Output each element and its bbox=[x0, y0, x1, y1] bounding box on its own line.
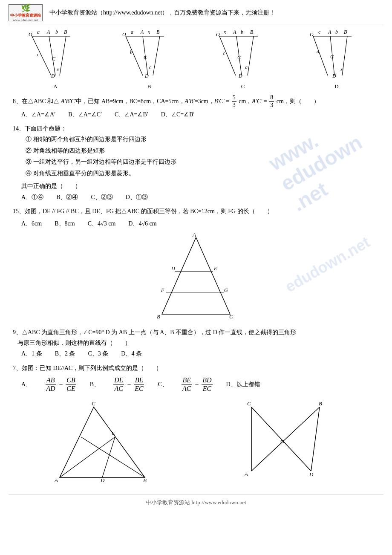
svg-text:b: b bbox=[55, 29, 58, 35]
q15-opt-b: B、8cm bbox=[55, 218, 75, 229]
figure-c: O x A b B c C a D C bbox=[215, 29, 271, 90]
q15-text: 15、如图，DE // FG // BC，且 DE、FG 把△ABC 的面积三等… bbox=[13, 206, 379, 217]
q8-options: A、∠A=∠A′ B、∠A=∠C′ C、∠A=∠B′ D、∠C=∠B′ bbox=[21, 109, 379, 120]
svg-text:E: E bbox=[213, 266, 217, 272]
svg-text:O: O bbox=[122, 32, 126, 38]
q14-text: 14、下面四个命题： bbox=[13, 123, 379, 134]
bottom-fig-right: C B A D O bbox=[226, 399, 345, 486]
figure-c-svg: O x A b B c C a D bbox=[215, 29, 271, 80]
svg-line-72 bbox=[251, 407, 320, 471]
svg-text:b: b bbox=[335, 29, 338, 35]
svg-text:F: F bbox=[161, 287, 164, 293]
svg-text:a: a bbox=[131, 29, 133, 35]
q14-items: ① 相邻的两个角都互补的四边形是平行四边形 ② 对角线相等的四边形是矩形 ③ 一… bbox=[26, 134, 379, 179]
figure-b: O a A x B b C c D B bbox=[121, 29, 177, 90]
q14-opt-b: B、②④ bbox=[56, 192, 78, 202]
bottom-fig-right-svg: C B A D O bbox=[226, 399, 345, 484]
svg-text:A: A bbox=[192, 233, 196, 238]
svg-text:c: c bbox=[37, 52, 40, 58]
fig-c-label: C bbox=[215, 83, 271, 90]
q9-text: 9、△ABC 为直角三角形，∠C=90° D 为 AB 上一点（与 A、B 不重… bbox=[13, 327, 379, 348]
svg-text:O: O bbox=[310, 32, 314, 38]
svg-text:c: c bbox=[318, 29, 321, 35]
svg-text:B: B bbox=[64, 29, 67, 35]
fig-a-label: A bbox=[28, 83, 83, 90]
q14-opt-d: D、①③ bbox=[126, 192, 148, 202]
svg-line-74 bbox=[311, 407, 320, 471]
logo-site-name: 中小学教育资源站 bbox=[10, 13, 41, 18]
svg-text:A: A bbox=[54, 477, 58, 483]
svg-text:O: O bbox=[29, 32, 32, 38]
q15-opt-d: D、4√6 cm bbox=[128, 218, 156, 229]
bottom-fig-left: C A B D E bbox=[47, 399, 158, 486]
svg-text:B: B bbox=[156, 29, 160, 35]
svg-line-63 bbox=[60, 437, 115, 477]
q8-opt-a: A、∠A=∠A′ bbox=[21, 109, 55, 120]
q8-opt-c: C、∠A=∠B′ bbox=[115, 109, 148, 120]
figure-d-svg: O c A b B a C x D bbox=[309, 29, 364, 80]
svg-text:x: x bbox=[147, 29, 150, 35]
svg-text:B: B bbox=[319, 400, 322, 407]
q7-opt-d: D、以上都错 bbox=[226, 379, 260, 390]
svg-line-8 bbox=[60, 36, 66, 75]
q14-item-3: ③ 一组对边平行，另一组对边相等的四边形是平行四边形 bbox=[26, 156, 379, 168]
q14-item-1: ① 相邻的两个角都互补的四边形是平行四边形 bbox=[26, 134, 379, 145]
page-footer: 中小学教育资源站 http://www.edudown.net bbox=[9, 494, 383, 506]
figure-b-svg: O a A x B b C c D bbox=[121, 29, 177, 80]
svg-text:A: A bbox=[244, 471, 248, 477]
svg-text:A: A bbox=[328, 29, 331, 35]
svg-text:D: D bbox=[309, 471, 314, 477]
figure-a: O a A b B c C x D A bbox=[28, 29, 83, 90]
q8-fraction1: 5 3 bbox=[232, 94, 236, 109]
q7-opt-a-label: A、 bbox=[21, 379, 32, 390]
q14-conclusion: 其中正确的是（ ） bbox=[21, 181, 379, 191]
logo: 🌿 中小学教育资源站 www.edudown.net bbox=[9, 4, 43, 21]
svg-text:D: D bbox=[144, 73, 149, 79]
svg-text:a: a bbox=[37, 29, 40, 35]
svg-line-34 bbox=[248, 36, 254, 75]
svg-marker-52 bbox=[162, 237, 230, 314]
q9-opt-c: C、3 条 bbox=[88, 348, 108, 359]
q14-item-2: ② 对角线相等的四边形是矩形 bbox=[26, 145, 379, 157]
svg-text:G: G bbox=[224, 287, 228, 293]
q15-triangle-svg: A B C D E F G bbox=[145, 233, 247, 323]
svg-text:x: x bbox=[56, 66, 59, 72]
svg-text:B: B bbox=[157, 313, 160, 320]
q7-text: 7、如图：已知 DE//AC，则下列比例式成立的是（ ） bbox=[13, 363, 379, 373]
svg-text:x: x bbox=[223, 29, 226, 35]
q14-item-4: ④ 对角线互相垂直平分的四边形是菱形。 bbox=[26, 168, 379, 179]
page-header: 🌿 中小学教育资源站 www.edudown.net 中小学教育资源站（http… bbox=[9, 4, 383, 24]
figure-d: O c A b B a C x D D bbox=[309, 29, 364, 90]
svg-text:A: A bbox=[140, 29, 144, 35]
q14-opt-c: C、②③ bbox=[91, 192, 112, 202]
question-9: 9、△ABC 为直角三角形，∠C=90° D 为 AB 上一点（与 A、B 不重… bbox=[13, 327, 379, 359]
q15-opt-c: C、4√3 cm bbox=[88, 218, 116, 229]
q7-opt-b: DE AC = BE EC bbox=[112, 376, 145, 393]
svg-text:c: c bbox=[149, 64, 152, 70]
logo-leaf-icon: 🌿 bbox=[21, 3, 30, 13]
svg-line-21 bbox=[153, 36, 160, 75]
svg-line-47 bbox=[342, 36, 347, 75]
svg-text:O: O bbox=[216, 32, 220, 38]
q15-figure: A B C D E F G bbox=[13, 233, 379, 323]
svg-text:B: B bbox=[344, 29, 347, 35]
q7-opt-a: AB AD = CB CE bbox=[44, 376, 77, 393]
svg-text:C: C bbox=[229, 313, 233, 320]
main-content: 8、在△ABC 和△ A′B′C′中，已知 AB=9cm，BC=8cm，CA=5… bbox=[13, 94, 379, 486]
svg-text:O: O bbox=[280, 438, 285, 445]
header-tagline: 中小学教育资源站（http://www.edudown.net），百万免费教育资… bbox=[49, 9, 275, 17]
svg-line-32 bbox=[219, 36, 236, 75]
svg-text:D: D bbox=[51, 73, 55, 79]
svg-text:B: B bbox=[250, 29, 254, 35]
q7-options-row: A、 AB AD = CB CE B、 DE AC = bbox=[21, 376, 379, 393]
svg-text:b: b bbox=[241, 29, 243, 35]
q7-opt-c-label: C、 bbox=[158, 379, 168, 390]
q15-options: A、6cm B、8cm C、4√3 cm D、4√6 cm bbox=[21, 218, 379, 229]
svg-marker-62 bbox=[60, 407, 145, 477]
svg-text:C: C bbox=[330, 54, 334, 60]
svg-text:D: D bbox=[171, 266, 175, 272]
logo-url: www.edudown.net bbox=[13, 18, 38, 22]
svg-line-45 bbox=[313, 36, 328, 75]
svg-text:B: B bbox=[143, 477, 147, 483]
q8-opt-b: B、∠A=∠C′ bbox=[68, 109, 102, 120]
